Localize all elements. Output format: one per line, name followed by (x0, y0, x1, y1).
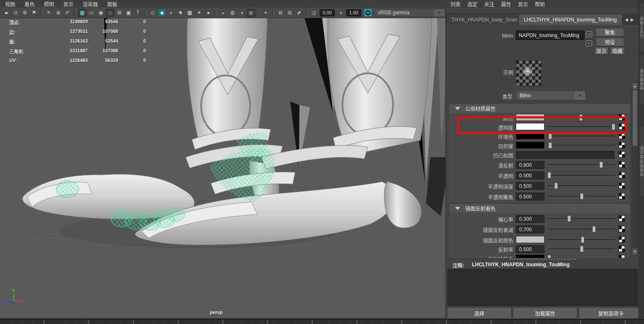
color-swatch[interactable] (516, 114, 544, 121)
shadows-icon[interactable]: ● (204, 9, 213, 17)
dof-icon[interactable]: ◍ (228, 9, 237, 17)
viewport-canvas[interactable]: 顶点:1149809535460边:22735111070880面:112616… (0, 18, 445, 318)
footer-button-加载属性[interactable]: 加载属性 (513, 307, 577, 319)
attr-slider[interactable] (548, 161, 615, 169)
slider-handle[interactable] (548, 133, 552, 139)
color-swatch[interactable] (516, 236, 544, 243)
image-plane-icon[interactable]: ▣ (124, 9, 133, 17)
color-swatch[interactable] (516, 132, 544, 139)
attr-slider[interactable] (548, 132, 615, 140)
collapse-triangle-icon[interactable] (455, 207, 460, 210)
texture-map-icon[interactable] (619, 142, 625, 148)
texture-map-icon[interactable] (619, 182, 625, 189)
exposure-field[interactable]: 0.00 (320, 9, 335, 16)
snapshot-icon[interactable]: ⬈ (295, 9, 303, 17)
tab-scroll-left-icon[interactable]: ◀ (625, 17, 628, 22)
value-field[interactable]: 0.700 (516, 225, 544, 233)
viewport-menu-显示[interactable]: 显示 (63, 0, 73, 8)
color-swatch[interactable] (516, 254, 544, 258)
ae-menu-关注[interactable]: 关注 (484, 0, 494, 8)
texture-map-icon[interactable] (619, 151, 625, 158)
shaded-textured-icon[interactable]: ◐ (167, 9, 175, 17)
tab-LHCLTHYK_HNAPDN_touming_TouMing[interactable]: LHCLTHYK_HNAPDN_touming_TouMing (518, 14, 622, 25)
slider-handle[interactable] (580, 246, 584, 252)
time-slider[interactable] (0, 319, 644, 324)
vertical-tab-建模工具包[interactable]: 建模工具包 (639, 3, 644, 52)
viewport-menu-渲染器[interactable]: 渲染器 (83, 0, 98, 8)
camera-lock-icon[interactable]: ⊙ (11, 9, 20, 17)
gate-mask-icon[interactable]: ◎ (106, 9, 114, 17)
select-object-icon[interactable]: ⌖ (261, 9, 270, 17)
texture-map-icon[interactable] (619, 133, 625, 139)
show-button[interactable]: 显示 (594, 47, 609, 55)
slider-handle[interactable] (580, 193, 584, 200)
attr-slider[interactable] (548, 193, 615, 201)
ae-menu-列表[interactable]: 列表 (450, 0, 461, 8)
camera-gear-icon[interactable]: ⚙ (21, 9, 29, 17)
lighting-icon[interactable]: ☀ (195, 9, 203, 17)
field-chart-icon[interactable]: ⊞ (115, 9, 124, 17)
scroll-down-icon[interactable]: ▼ (632, 249, 638, 255)
slider-handle[interactable] (579, 114, 583, 121)
value-field[interactable]: 0.500 (516, 245, 544, 253)
value-field[interactable]: 0.800 (516, 161, 544, 169)
value-field[interactable]: 0.500 (516, 182, 544, 190)
viewport-menu-视图[interactable]: 视图 (5, 0, 15, 8)
copy-view-icon[interactable]: ⧉ (276, 9, 285, 17)
attr-slider[interactable] (548, 114, 615, 122)
slider-handle[interactable] (548, 142, 552, 149)
texture-map-icon[interactable] (619, 236, 625, 243)
paint-effects-icon[interactable]: ✎ (45, 9, 53, 17)
slider-handle[interactable] (547, 172, 551, 179)
grid-icon[interactable]: ▦ (78, 9, 86, 17)
texture-map-icon[interactable] (619, 215, 625, 222)
material-sample-swatch[interactable] (516, 60, 542, 86)
scrollbar-thumb[interactable] (633, 90, 637, 146)
isolate-select-icon[interactable]: ▣ (247, 9, 255, 17)
textured-cube-icon[interactable]: ❖ (176, 9, 185, 17)
slider-handle[interactable] (567, 215, 571, 222)
wireframe-cube-icon[interactable]: ◇ (148, 9, 157, 17)
shaded-cube-icon[interactable]: ◆ (158, 9, 166, 17)
paste-view-icon[interactable]: ⧉ (286, 9, 294, 17)
slider-handle[interactable] (547, 255, 551, 258)
attr-slider[interactable] (548, 245, 615, 253)
texture-map-icon[interactable] (619, 193, 625, 199)
motion-blur-icon[interactable]: ◑ (237, 9, 246, 17)
color-management-toggle[interactable]: ON (364, 9, 372, 16)
resolution-gate-icon[interactable]: ◉ (97, 9, 105, 17)
attr-slider[interactable] (548, 215, 615, 223)
tab-THYK_HNAPDN_body_Snan[interactable]: THYK_HNAPDN_body_Snan (446, 14, 518, 25)
exposure-icon[interactable]: ◶ (310, 9, 318, 17)
attr-slider[interactable] (548, 225, 615, 233)
footer-button-复制选项卡[interactable]: 复制选项卡 (579, 307, 643, 319)
contrast-icon[interactable]: ◑ (337, 9, 345, 17)
texture-map-icon[interactable] (619, 172, 625, 178)
slider-handle[interactable] (599, 161, 603, 168)
section-header-公用材质属性[interactable]: 公用材质属性 (449, 104, 630, 113)
gamma-field[interactable]: 1.00 (346, 9, 361, 16)
focus-button[interactable]: 聚焦 (595, 28, 624, 37)
attr-slider[interactable] (548, 142, 615, 150)
default-material-icon[interactable]: ▩ (186, 9, 194, 17)
footer-button-选择[interactable]: 选择 (447, 307, 512, 319)
vertical-tab-通道盒/层编辑器[interactable]: 通道盒/层编辑器 (639, 126, 644, 197)
hide-button[interactable]: 隐藏 (610, 47, 625, 55)
viewport-menu-照明[interactable]: 照明 (44, 0, 54, 8)
value-field[interactable]: 0.500 (516, 193, 544, 201)
slider-handle[interactable] (612, 123, 615, 130)
texture-map-icon[interactable] (619, 246, 625, 252)
vertical-tab-属性编辑器[interactable]: 属性编辑器 (639, 55, 644, 104)
presets-button[interactable]: 预设 (595, 37, 624, 46)
attr-slider[interactable] (548, 254, 615, 258)
ae-menu-选定[interactable]: 选定 (467, 0, 477, 8)
color-swatch[interactable] (516, 123, 544, 130)
value-field[interactable]: 0.000 (516, 171, 544, 179)
attr-slider[interactable] (548, 171, 615, 179)
viewport-panel[interactable]: 视图着色照明显示渲染器面板 ▰⊙⚙⚑✎⊕✐▦▭◉◎⊞▣T◇◆◐❖▩☀●◒◍◑▣⌖… (0, 0, 445, 318)
swatch-link-icon[interactable]: ⇥ (586, 31, 592, 37)
camera-icon[interactable]: ▰ (2, 9, 11, 17)
film-gate-icon[interactable]: ▭ (87, 9, 96, 17)
brush-icon[interactable]: ✐ (63, 9, 72, 17)
texture-map-icon[interactable] (619, 255, 625, 258)
